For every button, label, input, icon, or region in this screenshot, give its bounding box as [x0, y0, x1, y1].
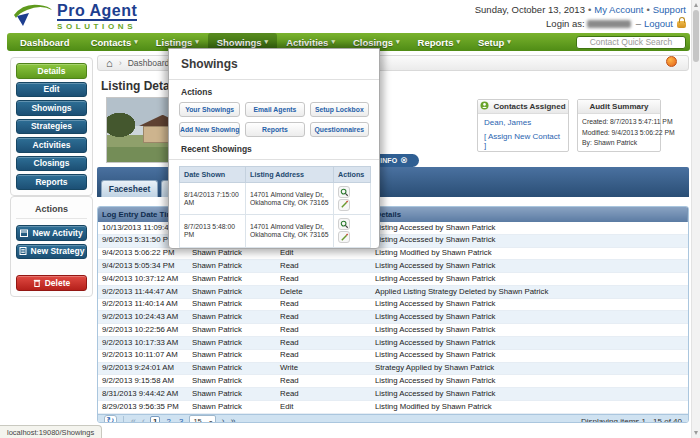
close-icon[interactable]: ⊗	[400, 156, 408, 165]
home-icon[interactable]: ⌂	[106, 58, 113, 68]
page-number-button[interactable]: 3	[177, 417, 185, 423]
recent-header-actions: Actions	[334, 167, 371, 183]
log-cell-user: Shawn Patrick	[188, 324, 276, 337]
logo-swoosh-icon	[13, 2, 53, 29]
email-agents-button[interactable]: Email Agents	[245, 102, 304, 117]
logout-link[interactable]: Logout	[644, 18, 673, 29]
table-row: 9/2/2013 10:22:56 AM Shawn Patrick Read …	[98, 324, 688, 337]
audit-modified: Modified: 9/4/2013 5:06:22 PM	[582, 128, 656, 139]
logo-title: Pro Agent	[57, 2, 137, 21]
header-date-line: Sunday, October 13, 2013•My Account•Supp…	[475, 4, 686, 15]
contact-link[interactable]: Dean, James	[484, 118, 562, 127]
table-row: 9/2/2013 9:15:58 AM Shawn Patrick Read L…	[98, 375, 688, 388]
log-cell-details: Listing Accessed by Shawn Patrick	[371, 234, 688, 247]
breadcrumb-item-dashboard[interactable]: Dashboard	[128, 58, 170, 68]
login-user-redacted	[587, 20, 631, 28]
pagination-status: Displaying items 1 - 15 of 40	[581, 417, 682, 423]
page-number-button[interactable]: 1	[150, 416, 160, 423]
showings-dropdown: Showings Actions Your Showings Email Age…	[168, 48, 380, 249]
edit-showing-button[interactable]	[338, 231, 350, 243]
log-cell-date: 8/29/2013 9:56:35 PM	[98, 400, 188, 413]
log-cell-user: Shawn Patrick	[188, 349, 276, 362]
table-row: 9/2/2013 10:11:07 AM Shawn Patrick Read …	[98, 349, 688, 362]
log-cell-details: Listing Accessed by Shawn Patrick	[371, 273, 688, 286]
first-page-button[interactable]: «	[130, 416, 137, 423]
magnifier-icon	[340, 188, 349, 197]
log-cell-user: Shawn Patrick	[188, 285, 276, 298]
nav-item-setup[interactable]: Setup▾	[469, 33, 520, 51]
recent-cell-date: 8/14/2013 7:15:00 AM	[180, 183, 246, 215]
my-account-link[interactable]: My Account	[594, 4, 643, 15]
edit-showing-button[interactable]	[338, 199, 350, 211]
table-row: 9/2/2013 11:40:14 AM Shawn Patrick Read …	[98, 298, 688, 311]
new-activity-button[interactable]: New Activity	[16, 225, 87, 241]
table-row: 8/14/2013 7:15:00 AM 14701 Almond Valley…	[180, 183, 371, 215]
log-cell-details: Listing Accessed by Shawn Patrick	[371, 260, 688, 273]
log-cell-details: Listing Accessed by Shawn Patrick	[371, 324, 688, 337]
calendar-icon	[20, 229, 28, 237]
log-cell-date: 9/2/2013 10:17:33 AM	[98, 337, 188, 350]
column-header-details[interactable]: Details	[371, 207, 688, 222]
sidebar-item-details[interactable]: Details	[16, 63, 87, 79]
your-showings-button[interactable]: Your Showings	[179, 102, 240, 117]
table-row: 9/2/2013 11:44:47 AM Shawn Patrick Delet…	[98, 285, 688, 298]
view-showing-button[interactable]	[338, 218, 350, 230]
page-size-select[interactable]: 15 ▾	[189, 415, 216, 423]
questionnaires-button[interactable]: Questionnaires	[310, 122, 369, 137]
pencil-icon	[340, 200, 349, 209]
add-new-showing-button[interactable]: Add New Showing	[179, 122, 240, 137]
log-cell-details: Listing Accessed by Shawn Patrick	[371, 375, 688, 388]
recent-showings-label: Recent Showings	[169, 137, 379, 160]
scroll-up-arrow-icon[interactable]	[694, 3, 698, 7]
page-number-button[interactable]: 2	[164, 417, 172, 423]
nav-item-dashboard[interactable]: Dashboard	[11, 33, 82, 51]
sidebar-item-strategies[interactable]: Strategies	[16, 119, 87, 135]
sidebar-item-showings[interactable]: Showings	[16, 100, 87, 116]
tab-facesheet[interactable]: Facesheet	[101, 180, 158, 197]
reports-button[interactable]: Reports	[245, 122, 304, 137]
setup-lockbox-button[interactable]: Setup Lockbox	[310, 102, 369, 117]
vertical-scrollbar[interactable]	[691, 0, 700, 438]
sidebar-item-reports[interactable]: Reports	[16, 174, 87, 190]
log-cell-details: Listing Accessed by Shawn Patrick	[371, 311, 688, 324]
log-cell-date: 9/2/2013 9:24:01 AM	[98, 362, 188, 375]
delete-button[interactable]: Delete	[16, 275, 87, 291]
last-page-button[interactable]: »	[229, 416, 236, 423]
support-link[interactable]: Support	[653, 4, 686, 15]
log-cell-date: 9/2/2013 11:40:14 AM	[98, 298, 188, 311]
log-cell-details: Listing Accessed by Shawn Patrick	[371, 388, 688, 401]
refresh-button[interactable]: ↻	[104, 415, 117, 423]
chevron-down-icon: ▾	[396, 38, 400, 46]
actions-sidebar: Actions New Activity New Strategy Delete	[10, 196, 93, 297]
dropdown-title: Showings	[169, 49, 379, 80]
sidebar-item-edit[interactable]: Edit	[16, 82, 87, 98]
next-page-button[interactable]: ›	[220, 416, 225, 423]
recent-cell-date: 8/7/2013 5:48:00 PM	[180, 215, 246, 247]
log-cell-action: Read	[276, 260, 371, 273]
prev-page-button[interactable]: ‹	[141, 416, 146, 423]
new-strategy-button[interactable]: New Strategy	[16, 244, 87, 260]
recent-cell-actions	[334, 183, 371, 215]
contact-quick-search-input[interactable]	[576, 36, 686, 49]
nav-item-reports[interactable]: Reports▾	[409, 33, 469, 51]
chevron-down-icon: ▾	[507, 38, 511, 46]
log-cell-date: 9/2/2013 10:11:07 AM	[98, 349, 188, 362]
log-cell-user: Shawn Patrick	[188, 375, 276, 388]
scroll-down-arrow-icon[interactable]	[694, 431, 698, 435]
scrollbar-thumb[interactable]	[693, 10, 699, 62]
assign-new-contact-link[interactable]: [ Assign New Contact ]	[484, 132, 562, 150]
chevron-down-icon: ▾	[331, 38, 335, 46]
sidebar-item-closings[interactable]: Closings	[16, 156, 87, 172]
notification-icon[interactable]	[666, 56, 677, 67]
log-cell-action: Delete	[276, 285, 371, 298]
view-showing-button[interactable]	[338, 186, 350, 198]
log-cell-action: Read	[276, 273, 371, 286]
log-cell-action: Write	[276, 362, 371, 375]
nav-item-contacts[interactable]: Contacts▾	[82, 33, 147, 51]
sidebar-item-activities[interactable]: Activities	[16, 137, 87, 153]
log-cell-date: 8/31/2013 9:44:42 AM	[98, 388, 188, 401]
recent-showings-table: Date Shown Listing Address Actions 8/14/…	[179, 166, 371, 248]
log-cell-action: Edit	[276, 400, 371, 413]
contacts-assigned-panel: Contacts Assigned Dean, James [ Assign N…	[477, 99, 569, 152]
log-cell-user: Shawn Patrick	[188, 400, 276, 413]
